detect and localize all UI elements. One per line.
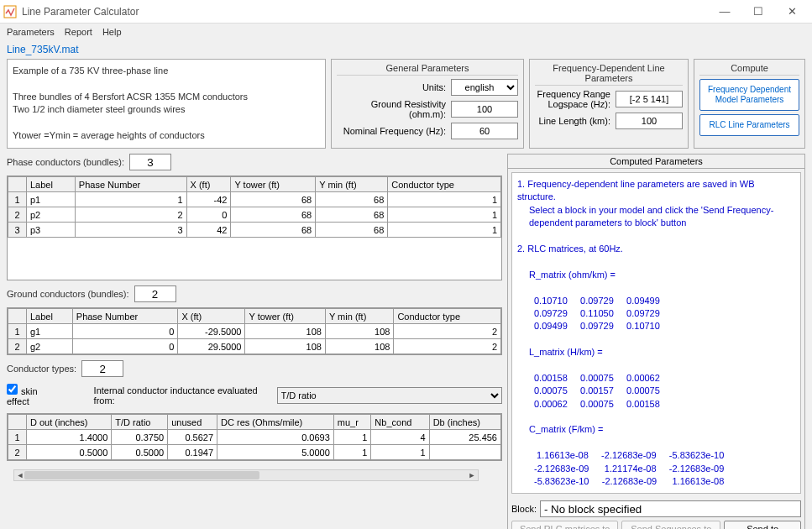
conductor-types-table[interactable]: D out (inches)T/D ratiounusedDC res (Ohm…: [8, 414, 501, 460]
svg-rect-0: [4, 6, 16, 18]
block-input[interactable]: [540, 500, 801, 517]
titlebar: Line Parameter Calculator — ☐ ✕: [0, 0, 812, 24]
desc-line: Ytower =Ymin = average heights of conduc…: [13, 129, 320, 142]
desc-line: Example of a 735 KV three-phase line: [13, 65, 320, 77]
send-workspace-button[interactable]: Send to workspace: [724, 521, 801, 529]
skin-effect-checkbox-label[interactable]: skin effect: [7, 384, 60, 406]
ground-count-input[interactable]: [134, 285, 176, 302]
table-row: 3p334268681: [8, 223, 501, 238]
menu-parameters[interactable]: Parameters: [7, 27, 55, 37]
send-rlc-button: Send RLC matrices to block: [511, 521, 618, 529]
file-link[interactable]: Line_735kV.mat: [0, 40, 812, 59]
window-title: Line Parameter Calculator: [22, 6, 708, 18]
menu-help[interactable]: Help: [102, 27, 122, 37]
computed-title: Computed Parameters: [508, 155, 804, 169]
phase-conductors-label: Phase conductors (bundles):: [7, 157, 124, 167]
frequency-dependent-group: Frequency-Dependent Line Parameters Freq…: [529, 59, 689, 149]
rlc-line-params-button[interactable]: RLC Line Parameters: [699, 114, 799, 136]
units-label: Units:: [337, 82, 446, 92]
horizontal-scrollbar[interactable]: ◄ ►: [13, 469, 479, 481]
freq-range-label: Frequency Range Logspace (Hz):: [535, 89, 610, 109]
table-row: 2p22068681: [8, 207, 501, 223]
group-title: Frequency-Dependent Line Parameters: [535, 63, 683, 86]
compute-group: Compute Frequency Dependent Model Parame…: [694, 59, 805, 149]
general-parameters-group: General Parameters Units: english Ground…: [331, 59, 524, 149]
table-row: 1g10-29.50001081082: [8, 324, 501, 339]
minimize-button[interactable]: —: [708, 0, 741, 24]
scroll-right-icon[interactable]: ►: [466, 470, 478, 480]
table-row: 20.50000.50000.19475.000011: [8, 445, 501, 460]
menubar: Parameters Report Help: [0, 24, 812, 40]
resistivity-input[interactable]: [451, 101, 518, 118]
phase-conductors-table[interactable]: LabelPhase NumberX (ft)Y tower (ft)Y min…: [8, 176, 501, 238]
units-select[interactable]: english: [451, 79, 518, 96]
table-row: 1p11-4268681: [8, 192, 501, 207]
phase-count-input[interactable]: [129, 154, 171, 170]
ground-conductors-label: Ground conductors (bundles):: [7, 289, 129, 299]
computed-parameters-panel: Computed Parameters 1. Frequency-depende…: [507, 154, 805, 529]
freq-dependent-model-button[interactable]: Frequency Dependent Model Parameters: [699, 79, 799, 111]
maximize-button[interactable]: ☐: [741, 0, 775, 24]
nominal-freq-input[interactable]: [451, 123, 518, 139]
table-row: 2g2029.50001081082: [8, 339, 501, 354]
table-row: 11.40000.37500.56270.06931425.456: [8, 430, 501, 445]
computed-output[interactable]: 1. Frequency-dependent line parameters a…: [511, 172, 801, 494]
desc-line: Three bundles of 4 Bersfort ACSR 1355 MC…: [13, 91, 320, 103]
inductance-eval-select[interactable]: T/D ratio: [277, 387, 502, 404]
send-sequences-button: Send Sequences to block: [621, 521, 720, 529]
scroll-thumb[interactable]: [24, 471, 259, 479]
skin-effect-checkbox[interactable]: [7, 384, 18, 395]
app-icon: [3, 5, 17, 18]
group-title: General Parameters: [337, 63, 518, 76]
desc-line: Two 1/2 inch diameter steel grounds wire…: [13, 103, 320, 116]
line-length-label: Line Length (km):: [535, 116, 610, 126]
menu-report[interactable]: Report: [65, 27, 92, 37]
ground-conductors-table[interactable]: LabelPhase NumberX (ft)Y tower (ft)Y min…: [8, 308, 501, 354]
group-title: Compute: [699, 63, 799, 76]
close-button[interactable]: ✕: [775, 0, 809, 24]
description-box[interactable]: Example of a 735 KV three-phase line Thr…: [7, 59, 326, 149]
line-length-input[interactable]: [616, 113, 683, 129]
conductor-types-label: Conductor types:: [7, 364, 76, 374]
inductance-eval-label: Internal conductor inductance evaluated …: [94, 385, 274, 406]
freq-range-input[interactable]: [616, 91, 683, 107]
resistivity-label: Ground Resistivity (ohm.m):: [337, 99, 446, 119]
nominal-freq-label: Nominal Frequency (Hz):: [337, 126, 446, 136]
conductor-types-count-input[interactable]: [81, 360, 123, 377]
block-label: Block:: [511, 504, 537, 514]
